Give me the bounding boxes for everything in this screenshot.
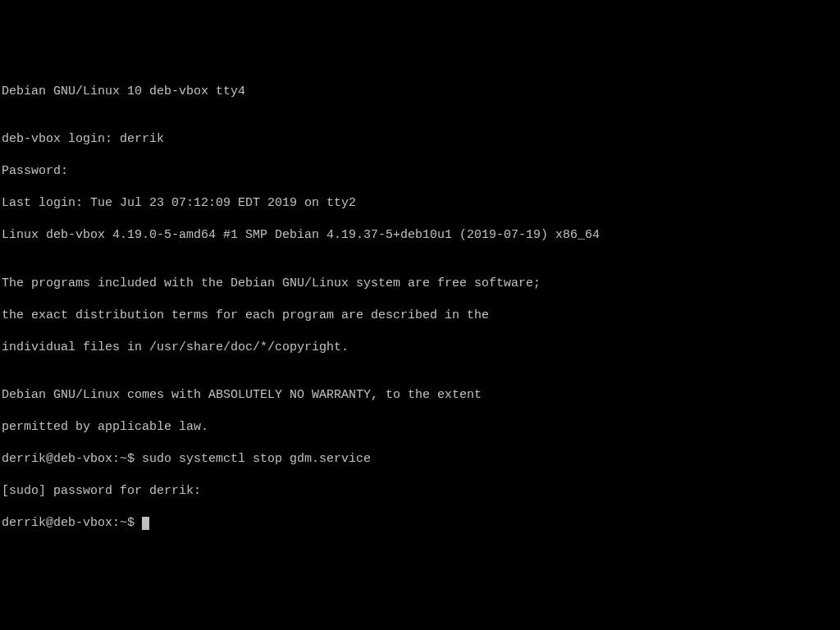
prompt-text: derrik@deb-vbox:~$ xyxy=(2,516,135,530)
last-login-line: Last login: Tue Jul 23 07:12:09 EDT 2019… xyxy=(2,195,838,212)
login-line: deb-vbox login: derrik xyxy=(2,131,838,148)
motd-line-3: individual files in /usr/share/doc/*/cop… xyxy=(2,340,838,356)
password-line: Password: xyxy=(2,163,838,180)
sudo-password-line: [sudo] password for derrik: xyxy=(2,483,838,500)
warranty-line-2: permitted by applicable law. xyxy=(2,419,838,436)
cursor-icon xyxy=(142,517,149,530)
kernel-line: Linux deb-vbox 4.19.0-5-amd64 #1 SMP Deb… xyxy=(2,227,838,244)
warranty-line-1: Debian GNU/Linux comes with ABSOLUTELY N… xyxy=(2,387,838,404)
tty-banner: Debian GNU/Linux 10 deb-vbox tty4 xyxy=(2,84,838,100)
terminal-screen[interactable]: Debian GNU/Linux 10 deb-vbox tty4 deb-vb… xyxy=(2,67,838,630)
command-line-1: derrik@deb-vbox:~$ sudo systemctl stop g… xyxy=(2,451,838,468)
motd-line-1: The programs included with the Debian GN… xyxy=(2,276,838,292)
shell-prompt[interactable]: derrik@deb-vbox:~$ xyxy=(2,515,838,532)
motd-line-2: the exact distribution terms for each pr… xyxy=(2,308,838,324)
